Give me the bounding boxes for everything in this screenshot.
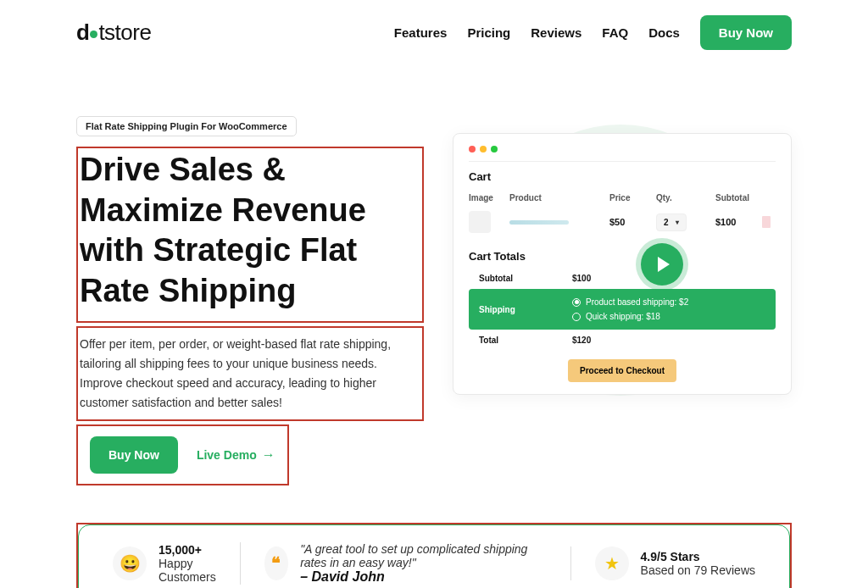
radio-off-icon [572, 313, 581, 321]
radio-on-icon [572, 298, 581, 307]
cart-title: Cart [469, 170, 776, 183]
hdr-subtotal: Subtotal [715, 193, 762, 202]
nav-faq[interactable]: FAQ [602, 25, 628, 40]
window-max-icon [491, 146, 498, 153]
product-name-placeholder [509, 220, 569, 225]
arrow-right-icon: → [262, 447, 275, 463]
customers-count: 15,000+ [159, 543, 216, 557]
total-row: Total $120 [469, 330, 776, 351]
hero-title-box: Drive Sales & Maximize Revenue with Stra… [76, 147, 424, 323]
product-thumb [469, 211, 491, 233]
nav-docs[interactable]: Docs [648, 25, 680, 40]
cart-item-row: $50 2 ▾ $100 [469, 206, 776, 238]
smile-icon: 😀 [113, 546, 147, 580]
header-buy-now-button[interactable]: Buy Now [700, 15, 792, 50]
nav-pricing[interactable]: Pricing [467, 25, 510, 40]
cart-totals-title: Cart Totals [469, 250, 776, 263]
shipping-label: Shipping [479, 305, 572, 314]
hero-cta-box: Buy Now Live Demo → [76, 424, 289, 485]
delete-icon[interactable] [762, 216, 771, 228]
live-demo-label: Live Demo [197, 448, 257, 462]
cart-preview-card: Cart Image Product Price Qty. Subtotal $… [453, 133, 792, 395]
hdr-qty: Qty. [656, 193, 715, 202]
nav-features[interactable]: Features [394, 25, 448, 40]
stat-customers: 😀 15,000+ Happy Customers [113, 543, 216, 584]
stats-bar: 😀 15,000+ Happy Customers ❝ "A great too… [78, 524, 790, 588]
item-subtotal: $100 [715, 217, 762, 227]
ship-opt1-label: Product based shipping: $2 [586, 297, 688, 307]
proceed-checkout-button[interactable]: Proceed to Checkout [568, 359, 676, 382]
rating-title: 4.9/5 Stars [641, 550, 755, 563]
play-icon [658, 257, 670, 272]
hdr-image: Image [469, 193, 509, 202]
item-price: $50 [609, 217, 656, 227]
live-demo-link[interactable]: Live Demo → [197, 447, 275, 463]
qty-value: 2 [664, 218, 669, 227]
subtotal-value: $100 [572, 274, 591, 283]
stats-highlight-box: 😀 15,000+ Happy Customers ❝ "A great too… [76, 523, 792, 588]
customers-label-1: Happy [159, 557, 216, 570]
subtotal-row: Subtotal $100 [469, 268, 776, 289]
subtotal-label: Subtotal [479, 274, 572, 283]
window-close-icon [469, 146, 476, 153]
quote-icon: ❝ [264, 546, 288, 580]
main-nav: Features Pricing Reviews FAQ Docs Buy No… [394, 15, 792, 50]
total-label: Total [479, 336, 572, 345]
hero-title: Drive Sales & Maximize Revenue with Stra… [80, 150, 420, 311]
nav-reviews[interactable]: Reviews [531, 25, 581, 40]
hero-description-box: Offer per item, per order, or weight-bas… [76, 326, 424, 421]
star-icon: ★ [595, 546, 629, 580]
hero-buy-now-button[interactable]: Buy Now [90, 436, 178, 474]
total-value: $120 [572, 336, 591, 345]
shipping-option-quick[interactable]: Quick shipping: $18 [572, 312, 688, 321]
logo-suffix: tstore [98, 19, 151, 45]
play-video-button[interactable] [641, 243, 683, 286]
rating-subtitle: Based on 79 Reviews [641, 563, 755, 577]
stat-rating: ★ 4.9/5 Stars Based on 79 Reviews [570, 546, 755, 580]
window-min-icon [480, 146, 487, 153]
logo-prefix: d [76, 19, 89, 45]
testimonial-text: "A great tool to set up complicated ship… [300, 542, 546, 569]
product-tag: Flat Rate Shipping Plugin For WooCommerc… [76, 116, 297, 136]
hero-description: Offer per item, per order, or weight-bas… [80, 335, 420, 413]
chevron-down-icon: ▾ [676, 219, 679, 226]
quantity-selector[interactable]: 2 ▾ [656, 214, 687, 231]
cart-header-row: Image Product Price Qty. Subtotal [469, 190, 776, 206]
ship-opt2-label: Quick shipping: $18 [586, 312, 660, 321]
hdr-product: Product [509, 193, 609, 202]
hdr-price: Price [609, 193, 656, 202]
stat-testimonial: ❝ "A great tool to set up complicated sh… [240, 542, 547, 585]
testimonial-author: – David John [300, 569, 546, 585]
logo[interactable]: dtstore [76, 19, 151, 46]
cart-totals: Subtotal $100 Shipping Product based shi… [469, 268, 776, 351]
shipping-option-product-based[interactable]: Product based shipping: $2 [572, 297, 688, 307]
customers-label-2: Customers [159, 570, 216, 584]
window-controls [469, 146, 776, 162]
logo-dot-icon [90, 31, 97, 38]
shipping-row: Shipping Product based shipping: $2 Quic… [469, 289, 776, 330]
